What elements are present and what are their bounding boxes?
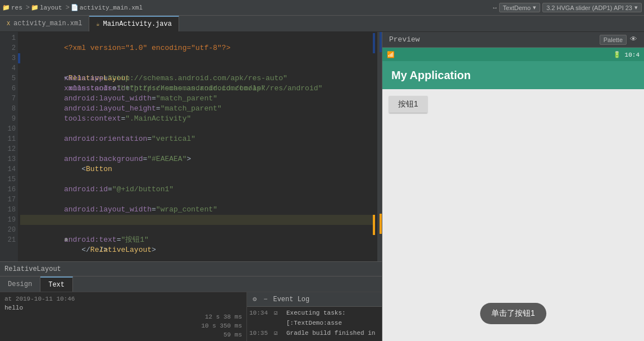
gear-icon[interactable]: ⚙ xyxy=(252,294,258,305)
code-line-12 xyxy=(20,144,375,154)
line-numbers: 12345 678910 1112131415 1617181920 21 xyxy=(0,32,18,261)
tab-design[interactable]: Design xyxy=(0,277,40,292)
code-line-10 xyxy=(20,124,375,134)
code-line-17: android:layout_height="wrap_content" xyxy=(20,195,375,205)
phone-status-bar: 📶 🔋 10:4 xyxy=(382,48,644,61)
tab-activity-main-xml[interactable]: X activity_main.xml xyxy=(0,16,89,31)
xml-file-icon: 📄 xyxy=(71,4,79,11)
gutter xyxy=(377,32,382,261)
breadcrumb-layout[interactable]: 📁 layout xyxy=(31,4,62,11)
code-line-2: <RelativeLayout xmlns:android="http://sc… xyxy=(20,43,375,53)
top-toolbar: ↔ TextDemo ▾ 3.2 HVGA slider (ADP1) API … xyxy=(493,3,642,12)
log-timing-3: 59 ms xyxy=(4,330,242,339)
code-line-19: android:text="按钮1" xyxy=(20,215,375,225)
folder-icon: 📁 xyxy=(31,4,39,11)
event-log-header: ⚙ − Event Log xyxy=(247,292,382,307)
code-line-6: android:layout_height="match_parent" xyxy=(20,84,375,94)
minimize-icon[interactable]: − xyxy=(262,294,268,305)
code-line-1: <?xml version="1.0" encoding="utf-8"?> xyxy=(20,33,375,43)
top-bar: 📁 res > 📁 layout > 📄 activity_main.xml ↔… xyxy=(0,0,644,16)
check-icon-2: ☑ xyxy=(274,328,282,338)
event-entry-1: 10:34 ☑ Executing tasks: [:TextDemo:asse xyxy=(249,308,380,328)
code-line-20: ● /> xyxy=(20,225,375,235)
log-right: ⚙ − Event Log 10:34 ☑ Executing tasks: [… xyxy=(247,292,382,341)
breadcrumb-file[interactable]: 📄 activity_main.xml xyxy=(71,4,143,11)
check-icon: ☑ xyxy=(274,308,282,318)
code-editor[interactable]: 12345 678910 1112131415 1617181920 21 <?… xyxy=(0,32,382,261)
battery-icon: 🔋 xyxy=(613,52,621,58)
log-timing-2: 10 s 350 ms xyxy=(4,321,242,330)
eye-icon[interactable]: 👁 xyxy=(630,35,637,44)
tab-mainactivity-java[interactable]: ☕ MainActivity.java xyxy=(89,16,179,31)
preview-button-1[interactable]: 按钮1 xyxy=(389,96,427,113)
event-entry-2: 10:35 ☑ Gradle build finished in 7 s 722… xyxy=(249,328,380,341)
code-line-21: </RelativeLayout> xyxy=(20,235,375,245)
code-line-14: android:id="@+id/button1" xyxy=(20,164,375,174)
xml-icon: X xyxy=(7,21,10,27)
code-line-3: xmlns:app="http://schemas.android.com/ap… xyxy=(20,53,375,63)
code-line-18 xyxy=(20,205,375,215)
log-entry-1: at 2019-10-11 10:46 xyxy=(4,294,242,303)
phone-app-toolbar: My Application xyxy=(382,61,644,89)
code-line-16: android:layout_width="wrap_content" xyxy=(20,185,375,195)
code-lines[interactable]: <?xml version="1.0" encoding="utf-8"?> <… xyxy=(18,32,377,261)
code-line-9: android:orientation="vertical" xyxy=(20,114,375,124)
folder-icon: 📁 xyxy=(2,4,10,11)
phone-preview: 📶 🔋 10:4 My Application 按钮1 单击了按钮1 xyxy=(382,48,644,341)
status-area: at 2019-10-11 10:46 hello 12 s 38 ms 10 … xyxy=(0,292,382,341)
code-line-11: android:background="#EAEAEA"> xyxy=(20,134,375,144)
tab-bar: X activity_main.xml ☕ MainActivity.java xyxy=(0,16,644,32)
code-line-8 xyxy=(20,104,375,114)
phone-content: 按钮1 单击了按钮1 xyxy=(382,89,644,341)
code-line-13: <Button xyxy=(20,154,375,164)
bottom-tabs: Design Text xyxy=(0,276,382,292)
palette-btn[interactable]: Palette xyxy=(600,35,627,45)
device-selector[interactable]: 3.2 HVGA slider (ADP1) API 23 ▾ xyxy=(542,3,642,12)
code-line-4: xmlns:tools="http://schemas.android.com/… xyxy=(20,63,375,73)
code-line-15 xyxy=(20,174,375,185)
status-bar-right: 🔋 10:4 xyxy=(613,51,640,58)
event-log-entries: 10:34 ☑ Executing tasks: [:TextDemo:asse… xyxy=(247,307,382,341)
preview-toolbar: Palette 👁 xyxy=(600,35,637,45)
editor-panel: 12345 678910 1112131415 1617181920 21 <?… xyxy=(0,32,382,341)
log-timing-1: 12 s 38 ms xyxy=(4,312,242,321)
preview-panel: Preview Palette 👁 📶 🔋 10:4 My Applicatio… xyxy=(382,32,644,341)
log-entry-2: hello xyxy=(4,303,242,312)
preview-header: Preview Palette 👁 xyxy=(382,32,644,48)
log-left: at 2019-10-11 10:46 hello 12 s 38 ms 10 … xyxy=(0,292,247,341)
status-bar-left: 📶 xyxy=(387,51,395,58)
breadcrumb-res[interactable]: 📁 res xyxy=(2,4,22,11)
app-title: My Application xyxy=(391,69,471,82)
tab-text[interactable]: Text xyxy=(40,277,73,292)
main-content: 12345 678910 1112131415 1617181920 21 <?… xyxy=(0,32,644,341)
wifi-icon: 📶 xyxy=(387,52,395,58)
bottom-breadcrumb: RelativeLayout xyxy=(0,261,382,276)
code-line-5: android:layout_width="match_parent" xyxy=(20,73,375,84)
app-selector[interactable]: TextDemo ▾ xyxy=(499,3,541,12)
arrow-icon: ↔ xyxy=(493,4,497,11)
code-line-7: tools:context=".MainActivity" xyxy=(20,94,375,104)
toast-message: 单击了按钮1 xyxy=(480,303,546,324)
java-icon: ☕ xyxy=(96,21,99,27)
